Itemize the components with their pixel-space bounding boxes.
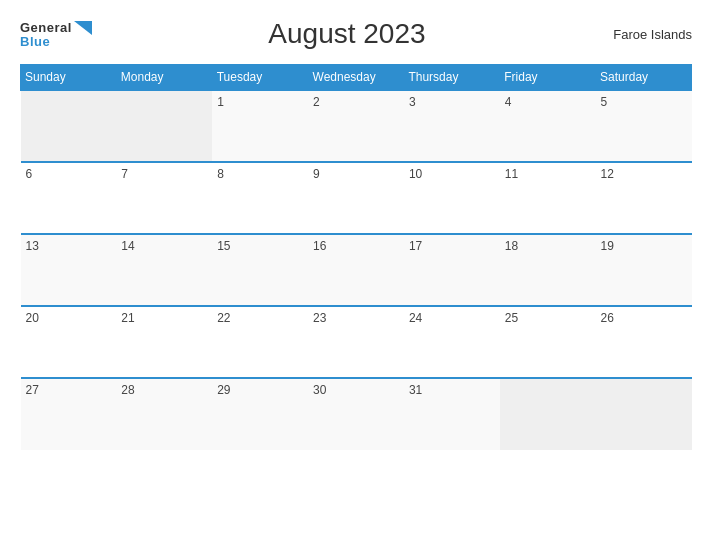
calendar-table: Sunday Monday Tuesday Wednesday Thursday… <box>20 64 692 450</box>
day-number: 22 <box>217 311 230 325</box>
day-number: 8 <box>217 167 224 181</box>
calendar-day-cell: 16 <box>308 234 404 306</box>
svg-marker-0 <box>74 21 92 35</box>
day-number: 13 <box>26 239 39 253</box>
day-number: 2 <box>313 95 320 109</box>
day-number: 29 <box>217 383 230 397</box>
calendar-day-cell: 27 <box>21 378 117 450</box>
calendar-day-cell: 3 <box>404 90 500 162</box>
calendar-day-cell: 6 <box>21 162 117 234</box>
day-number: 14 <box>121 239 134 253</box>
header-saturday: Saturday <box>596 65 692 91</box>
calendar-header: General Blue August 2023 Faroe Islands <box>20 18 692 50</box>
calendar-day-cell: 7 <box>116 162 212 234</box>
calendar-day-cell: 28 <box>116 378 212 450</box>
calendar-day-cell: 14 <box>116 234 212 306</box>
calendar-day-cell: 24 <box>404 306 500 378</box>
day-number: 19 <box>601 239 614 253</box>
day-number: 21 <box>121 311 134 325</box>
day-number: 24 <box>409 311 422 325</box>
day-number: 28 <box>121 383 134 397</box>
day-number: 18 <box>505 239 518 253</box>
calendar-day-cell: 15 <box>212 234 308 306</box>
day-number: 30 <box>313 383 326 397</box>
calendar-day-cell: 31 <box>404 378 500 450</box>
region-label: Faroe Islands <box>602 27 692 42</box>
day-number: 1 <box>217 95 224 109</box>
header-thursday: Thursday <box>404 65 500 91</box>
calendar-day-cell: 20 <box>21 306 117 378</box>
calendar-day-cell: 8 <box>212 162 308 234</box>
calendar-day-cell: 26 <box>596 306 692 378</box>
day-number: 25 <box>505 311 518 325</box>
calendar-day-cell: 2 <box>308 90 404 162</box>
calendar-day-cell: 21 <box>116 306 212 378</box>
day-number: 7 <box>121 167 128 181</box>
day-number: 17 <box>409 239 422 253</box>
header-sunday: Sunday <box>21 65 117 91</box>
calendar-day-cell: 10 <box>404 162 500 234</box>
calendar-day-cell: 4 <box>500 90 596 162</box>
header-monday: Monday <box>116 65 212 91</box>
calendar-day-cell: 11 <box>500 162 596 234</box>
calendar-day-cell: 12 <box>596 162 692 234</box>
header-wednesday: Wednesday <box>308 65 404 91</box>
calendar-day-cell <box>596 378 692 450</box>
calendar-day-cell: 25 <box>500 306 596 378</box>
day-number: 26 <box>601 311 614 325</box>
calendar-day-cell: 13 <box>21 234 117 306</box>
day-number: 11 <box>505 167 518 181</box>
calendar-day-cell: 19 <box>596 234 692 306</box>
logo-blue-text: Blue <box>20 35 50 48</box>
calendar-week-row: 6789101112 <box>21 162 692 234</box>
month-title: August 2023 <box>92 18 602 50</box>
day-number: 15 <box>217 239 230 253</box>
weekday-header-row: Sunday Monday Tuesday Wednesday Thursday… <box>21 65 692 91</box>
day-number: 31 <box>409 383 422 397</box>
calendar-day-cell: 9 <box>308 162 404 234</box>
calendar-day-cell: 29 <box>212 378 308 450</box>
calendar-day-cell: 17 <box>404 234 500 306</box>
calendar-wrapper: General Blue August 2023 Faroe Islands S… <box>0 0 712 550</box>
day-number: 5 <box>601 95 608 109</box>
header-friday: Friday <box>500 65 596 91</box>
calendar-day-cell: 22 <box>212 306 308 378</box>
calendar-day-cell: 1 <box>212 90 308 162</box>
day-number: 27 <box>26 383 39 397</box>
calendar-day-cell: 5 <box>596 90 692 162</box>
day-number: 23 <box>313 311 326 325</box>
day-number: 16 <box>313 239 326 253</box>
calendar-week-row: 13141516171819 <box>21 234 692 306</box>
calendar-day-cell: 30 <box>308 378 404 450</box>
logo-general-text: General <box>20 21 72 34</box>
calendar-week-row: 2728293031 <box>21 378 692 450</box>
calendar-week-row: 20212223242526 <box>21 306 692 378</box>
logo: General Blue <box>20 21 92 48</box>
day-number: 3 <box>409 95 416 109</box>
calendar-day-cell: 18 <box>500 234 596 306</box>
day-number: 6 <box>26 167 33 181</box>
calendar-day-cell <box>500 378 596 450</box>
day-number: 10 <box>409 167 422 181</box>
calendar-day-cell: 23 <box>308 306 404 378</box>
day-number: 20 <box>26 311 39 325</box>
calendar-day-cell <box>21 90 117 162</box>
day-number: 9 <box>313 167 320 181</box>
logo-icon <box>74 21 92 35</box>
header-tuesday: Tuesday <box>212 65 308 91</box>
calendar-day-cell <box>116 90 212 162</box>
day-number: 4 <box>505 95 512 109</box>
calendar-week-row: 12345 <box>21 90 692 162</box>
day-number: 12 <box>601 167 614 181</box>
